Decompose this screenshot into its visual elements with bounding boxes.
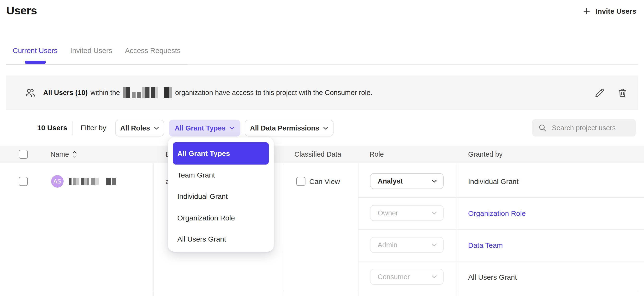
role-value: Consumer: [378, 273, 410, 281]
tab-bar: Current Users Invited Users Access Reque…: [13, 46, 181, 55]
menu-item-team-grant[interactable]: Team Grant: [177, 171, 215, 179]
role-select-owner: Owner: [370, 205, 444, 221]
search-icon: [538, 123, 547, 132]
can-view-checkbox[interactable]: [296, 177, 306, 186]
can-view-label: Can View: [309, 178, 340, 186]
all-roles-dropdown[interactable]: All Roles: [115, 120, 164, 136]
banner-suffix: organization have access to this project…: [175, 89, 372, 97]
active-tab-indicator: [25, 61, 46, 64]
column-divider: [358, 163, 358, 296]
role-value: Analyst: [378, 177, 403, 185]
column-header-role: Role: [370, 146, 384, 163]
row-checkbox[interactable]: [19, 177, 28, 186]
delete-trash-icon[interactable]: [617, 87, 628, 98]
role-select-consumer: Consumer: [370, 269, 444, 285]
granted-by-all-users-grant: All Users Grant: [468, 273, 517, 281]
chevron-down-icon: [432, 211, 437, 215]
banner-prefix: within the: [90, 89, 120, 97]
menu-item-all-users-grant[interactable]: All Users Grant: [177, 235, 226, 243]
all-grant-types-label: All Grant Types: [175, 124, 226, 132]
row-divider: [6, 291, 638, 291]
chevron-down-icon: [154, 126, 159, 130]
role-header-label: Role: [370, 150, 384, 158]
sort-icon: [72, 150, 77, 158]
banner-bold: All Users (10): [43, 89, 88, 97]
column-header-classified-data: Classified Data: [294, 146, 341, 163]
all-data-permissions-label: All Data Permissions: [250, 124, 319, 132]
column-divider: [456, 163, 457, 296]
tab-divider-line-dark: [6, 64, 188, 65]
plus-icon: [582, 7, 591, 15]
column-header-granted-by: Granted by: [468, 146, 502, 163]
grant-types-menu: All Grant Types Team Grant Individual Gr…: [168, 138, 274, 252]
menu-item-organization-role[interactable]: Organization Role: [177, 214, 235, 222]
avatar-initials: AS: [53, 178, 61, 185]
role-select-admin: Admin: [370, 237, 444, 253]
all-data-permissions-dropdown[interactable]: All Data Permissions: [245, 120, 334, 136]
select-all-checkbox[interactable]: [19, 150, 28, 159]
search-input[interactable]: [552, 124, 630, 132]
avatar: AS: [51, 175, 64, 188]
chevron-down-icon: [432, 180, 437, 183]
all-users-banner: All Users (10) within the organization h…: [6, 76, 638, 110]
chevron-down-icon: [432, 243, 437, 246]
granted-by-individual-grant: Individual Grant: [468, 178, 518, 186]
all-roles-label: All Roles: [120, 124, 150, 132]
chevron-down-icon: [323, 126, 328, 130]
all-grant-types-dropdown[interactable]: All Grant Types: [169, 120, 240, 136]
invite-users-label: Invite Users: [596, 7, 636, 15]
table-header: Name E Classified Data Role Granted by: [0, 146, 644, 163]
users-page: Users Invite Users Current Users Invited…: [0, 0, 644, 296]
subrow-divider: [358, 229, 644, 230]
filter-divider: [72, 121, 72, 135]
role-select-analyst[interactable]: Analyst: [370, 173, 444, 189]
banner-text: All Users (10) within the organization h…: [43, 87, 372, 98]
role-value: Owner: [378, 209, 398, 217]
redacted-organization-name: [123, 87, 172, 98]
tab-invited-users[interactable]: Invited Users: [70, 46, 112, 55]
chevron-down-icon: [432, 275, 437, 278]
chevron-down-icon: [230, 126, 235, 130]
classified-header-label: Classified Data: [294, 150, 341, 158]
user-count: 10 Users: [37, 124, 67, 132]
name-header-label: Name: [50, 150, 69, 158]
page-title: Users: [6, 4, 37, 17]
tab-access-requests[interactable]: Access Requests: [125, 46, 181, 55]
column-header-name[interactable]: Name: [50, 146, 77, 163]
invite-users-button[interactable]: Invite Users: [582, 7, 636, 15]
search-project-users[interactable]: [532, 119, 636, 136]
users-group-icon: [24, 88, 36, 98]
menu-item-all-grant-types-selected[interactable]: All Grant Types: [173, 142, 269, 164]
redacted-user-name: [68, 178, 116, 185]
granted-by-header-label: Granted by: [468, 150, 502, 158]
role-value: Admin: [378, 241, 397, 249]
granted-by-data-team-link[interactable]: Data Team: [468, 241, 503, 250]
edit-pencil-icon[interactable]: [594, 87, 605, 98]
menu-item-individual-grant[interactable]: Individual Grant: [177, 192, 228, 200]
column-divider: [153, 163, 154, 296]
subrow-divider: [358, 197, 644, 198]
granted-by-organization-role-link[interactable]: Organization Role: [468, 210, 526, 218]
subrow-divider: [358, 261, 644, 262]
filter-by-label: Filter by: [80, 124, 106, 132]
tab-current-users[interactable]: Current Users: [13, 46, 58, 55]
column-divider: [284, 163, 284, 296]
